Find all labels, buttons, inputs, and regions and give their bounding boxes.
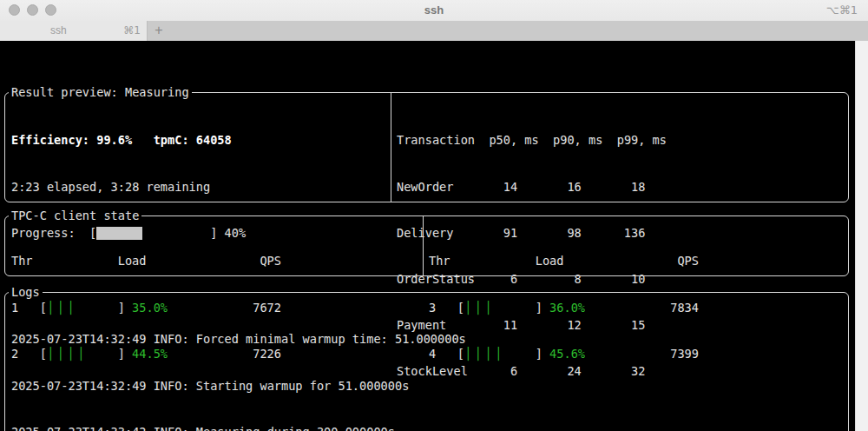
col-thr: Thr [11, 254, 118, 269]
logs-box: Logs 2025-07-23T14:32:49 INFO: Forced mi… [4, 292, 849, 431]
efficiency-value: 99.6% [96, 133, 132, 149]
col-p99: p99, ms [617, 133, 681, 149]
txn-p99: 18 [617, 180, 681, 196]
logs-pane: 2025-07-23T14:32:49 INFO: Forced minimal… [11, 302, 466, 431]
table-row: NewOrder 14 16 18 [397, 180, 681, 196]
efficiency-label: Efficiency: [11, 133, 89, 149]
tab-ssh[interactable]: ssh ⌘1 [0, 21, 148, 41]
window-shortcut-hint: ⌥⌘1 [826, 0, 858, 21]
thread-header-row: Thr Load QPS [429, 254, 699, 269]
col-transaction: Transaction [397, 133, 489, 149]
txn-p90: 16 [553, 180, 617, 196]
txn-p50: 14 [489, 180, 553, 196]
log-line: 2025-07-23T14:32:49 INFO: Starting warmu… [11, 379, 466, 395]
tpmc-value: 64058 [196, 133, 232, 149]
result-preview-divider [391, 93, 391, 202]
scrollbar-track[interactable] [855, 41, 868, 431]
result-preview-title: Result preview: Measuring [9, 85, 192, 101]
client-state-divider [423, 216, 424, 275]
col-p90: p90, ms [553, 133, 617, 149]
col-qps: QPS [147, 254, 281, 269]
new-tab-button[interactable]: + [148, 21, 170, 41]
elapsed-text: 2:23 elapsed, 3:28 remaining [11, 180, 246, 196]
efficiency-line: Efficiency:99.6%tpmC:64058 [11, 133, 246, 149]
result-preview-box: Result preview: Measuring Efficiency:99.… [4, 92, 849, 202]
terminal[interactable]: Result preview: Measuring Efficiency:99.… [0, 41, 868, 431]
client-state-title: TPC-C client state [9, 209, 141, 224]
tpmc-label: tpmC: [154, 133, 189, 149]
tab-label: ssh [50, 21, 67, 41]
logs-title: Logs [9, 285, 43, 301]
log-line: 2025-07-23T14:32:49 INFO: Forced minimal… [11, 332, 466, 348]
transaction-header-row: Transaction p50, ms p90, ms p99, ms [397, 133, 681, 149]
tab-shortcut: ⌘1 [123, 21, 141, 41]
client-state-box: TPC-C client state Thr Load QPS 1[│││]35… [4, 216, 849, 276]
col-qps: QPS [564, 254, 699, 269]
col-p50: p50, ms [489, 133, 553, 149]
thread-header-row: Thr Load QPS [11, 254, 281, 269]
window-title: ssh [0, 0, 868, 21]
title-bar: ssh ⌥⌘1 [0, 0, 868, 21]
col-load: Load [536, 254, 564, 269]
txn-name: NewOrder [397, 180, 489, 196]
col-thr: Thr [429, 254, 536, 269]
terminal-window: ssh ⌥⌘1 ssh ⌘1 + Result preview: Measuri… [0, 0, 868, 431]
col-load: Load [118, 254, 147, 269]
tab-bar: ssh ⌘1 + [0, 21, 868, 41]
log-line: 2025-07-23T14:33:42 INFO: Measuring duri… [11, 425, 466, 431]
